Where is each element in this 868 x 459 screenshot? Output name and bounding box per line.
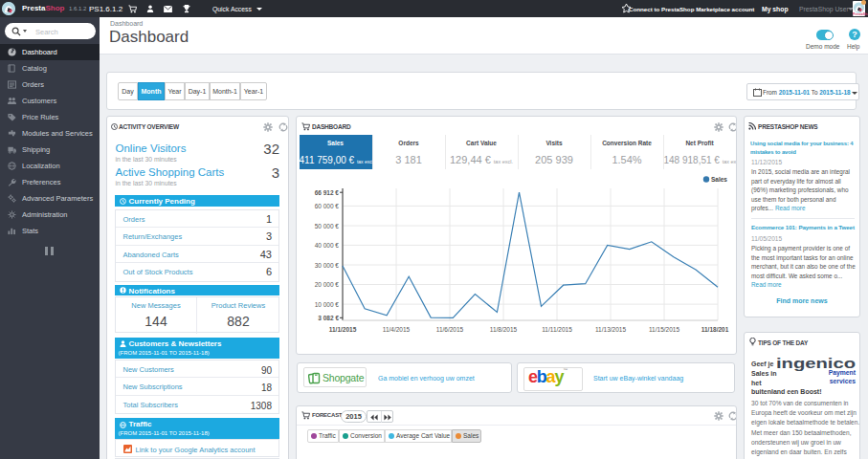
svg-text:11/8/2015: 11/8/2015 — [490, 326, 518, 333]
svg-text:11/13/2015: 11/13/2015 — [595, 326, 626, 333]
svg-text:3 082 €: 3 082 € — [318, 315, 339, 321]
svg-text:11/6/2015: 11/6/2015 — [436, 326, 464, 333]
svg-text:11/15/2015: 11/15/2015 — [649, 326, 679, 333]
svg-text:66 912 €: 66 912 € — [315, 189, 340, 196]
svg-text:11/11/2015: 11/11/2015 — [542, 326, 572, 333]
svg-text:11/18/201: 11/18/201 — [701, 326, 729, 333]
svg-text:Sales: Sales — [711, 176, 727, 183]
svg-text:20 000 €: 20 000 € — [315, 281, 340, 288]
svg-text:11/1/2015: 11/1/2015 — [329, 326, 357, 333]
svg-text:10 000 €: 10 000 € — [315, 301, 340, 308]
svg-text:30 000 €: 30 000 € — [315, 262, 340, 269]
svg-text:11/4/2015: 11/4/2015 — [383, 326, 411, 333]
svg-text:50 000 €: 50 000 € — [315, 223, 340, 230]
svg-text:40 000 €: 40 000 € — [315, 242, 340, 249]
svg-text:60 000 €: 60 000 € — [315, 203, 340, 209]
